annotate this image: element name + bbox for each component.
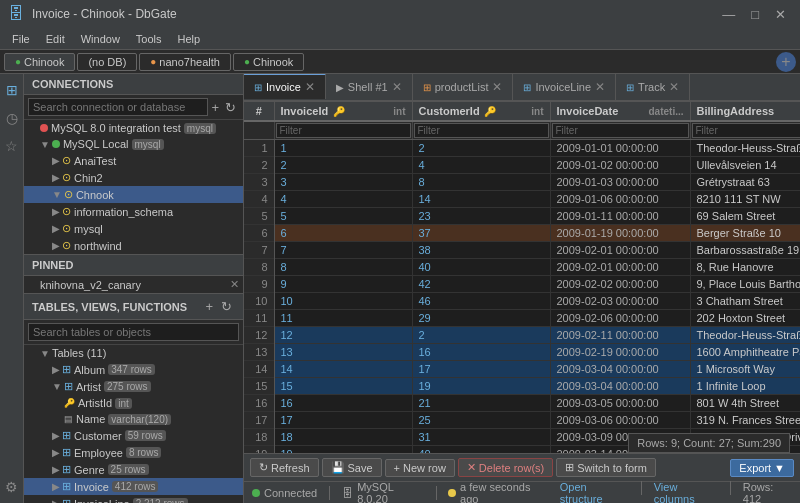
maximize-button[interactable]: □: [745, 5, 765, 24]
table-row[interactable]: 2 2 4 2009-01-02 00:00:00 Ullevålsveien …: [244, 157, 800, 174]
billingaddress-cell[interactable]: 3 Chatham Street: [690, 293, 800, 310]
invoiceid-cell[interactable]: 18: [274, 429, 412, 446]
billingaddress-cell[interactable]: 1600 Amphitheatre Parkway: [690, 344, 800, 361]
customerid-cell[interactable]: 8: [412, 174, 550, 191]
menu-tools[interactable]: Tools: [128, 31, 170, 47]
table-row[interactable]: 12 12 2 2009-02-11 00:00:00 Theodor-Heus…: [244, 327, 800, 344]
tab-shell[interactable]: ▶ Shell #1 ✕: [326, 74, 413, 100]
invoiceid-cell[interactable]: 17: [274, 412, 412, 429]
db-item-anaitest[interactable]: ▶ ⊙ AnaiTest: [24, 152, 243, 169]
menu-window[interactable]: Window: [73, 31, 128, 47]
table-row[interactable]: 6 6 37 2009-01-19 00:00:00 Berger Straße…: [244, 225, 800, 242]
invoiceid-cell[interactable]: 1: [274, 140, 412, 157]
invoiceid-cell[interactable]: 7: [274, 242, 412, 259]
billingaddress-cell[interactable]: 9, Place Louis Bartholl: [690, 276, 800, 293]
col-header-customerid[interactable]: CustomerId 🔑 int: [412, 102, 550, 121]
invoicedate-cell[interactable]: 2009-02-01 00:00:00: [550, 259, 690, 276]
billingaddress-cell[interactable]: Ullevålsveien 14: [690, 157, 800, 174]
db-tab-chinook1[interactable]: ● Chinook: [4, 53, 75, 71]
table-row[interactable]: 16 16 21 2009-03-05 00:00:00 801 W 4th S…: [244, 395, 800, 412]
table-item-invoice[interactable]: ▶ ⊞ Invoice 412 rows: [24, 478, 243, 495]
table-row[interactable]: 17 17 25 2009-03-06 00:00:00 319 N. Fran…: [244, 412, 800, 429]
invoiceid-cell[interactable]: 3: [274, 174, 412, 191]
table-item-album[interactable]: ▶ ⊞ Album 347 rows: [24, 361, 243, 378]
invoiceid-cell[interactable]: 8: [274, 259, 412, 276]
invoiceid-cell[interactable]: 9: [274, 276, 412, 293]
connections-search-input[interactable]: [28, 98, 208, 116]
table-row[interactable]: 3 3 8 2009-01-03 00:00:00 Grétrystraat 6…: [244, 174, 800, 191]
customerid-cell[interactable]: 42: [412, 276, 550, 293]
col-header-invoicedate[interactable]: InvoiceDate dateti...: [550, 102, 690, 121]
tab-invoice[interactable]: ⊞ Invoice ✕: [244, 74, 326, 99]
invoiceid-cell[interactable]: 15: [274, 378, 412, 395]
field-item-name[interactable]: ▤ Name varchar(120): [24, 411, 243, 427]
invoicedate-cell[interactable]: 2009-01-02 00:00:00: [550, 157, 690, 174]
customerid-cell[interactable]: 4: [412, 157, 550, 174]
refresh-tables-button[interactable]: ↻: [218, 298, 235, 315]
invoiceid-cell[interactable]: 14: [274, 361, 412, 378]
invoiceid-cell[interactable]: 6: [274, 225, 412, 242]
filter-customerid-input[interactable]: [414, 123, 549, 138]
billingaddress-cell[interactable]: Theodor-Heuss-Straße 34: [690, 140, 800, 157]
filter-billingaddress-input[interactable]: [692, 123, 801, 138]
customerid-cell[interactable]: 2: [412, 140, 550, 157]
table-row[interactable]: 4 4 14 2009-01-06 00:00:00 8210 111 ST N…: [244, 191, 800, 208]
invoicedate-cell[interactable]: 2009-01-03 00:00:00: [550, 174, 690, 191]
billingaddress-cell[interactable]: 1 Infinite Loop: [690, 378, 800, 395]
customerid-cell[interactable]: 38: [412, 242, 550, 259]
table-row[interactable]: 10 10 46 2009-02-03 00:00:00 3 Chatham S…: [244, 293, 800, 310]
invoiceid-cell[interactable]: 11: [274, 310, 412, 327]
customerid-cell[interactable]: 23: [412, 208, 550, 225]
refresh-connections-button[interactable]: ↻: [222, 99, 239, 116]
invoicedate-cell[interactable]: 2009-02-11 00:00:00: [550, 327, 690, 344]
new-row-button[interactable]: + New row: [385, 459, 455, 477]
billingaddress-cell[interactable]: 319 N. Frances Street: [690, 412, 800, 429]
customerid-cell[interactable]: 21: [412, 395, 550, 412]
invoicedate-cell[interactable]: 2009-01-11 00:00:00: [550, 208, 690, 225]
history-icon[interactable]: ◷: [4, 106, 20, 130]
customerid-cell[interactable]: 46: [412, 293, 550, 310]
db-item-mysql[interactable]: ▶ ⊙ mysql: [24, 220, 243, 237]
customerid-cell[interactable]: 40: [412, 259, 550, 276]
add-table-button[interactable]: +: [202, 298, 216, 315]
table-row[interactable]: 5 5 23 2009-01-11 00:00:00 69 Salem Stre…: [244, 208, 800, 225]
tab-track-close[interactable]: ✕: [669, 80, 679, 94]
switch-form-button[interactable]: ⊞ Switch to form: [556, 458, 656, 477]
col-header-invoiceid[interactable]: InvoiceId 🔑 int: [274, 102, 412, 121]
billingaddress-cell[interactable]: 69 Salem Street: [690, 208, 800, 225]
invoicedate-cell[interactable]: 2009-01-06 00:00:00: [550, 191, 690, 208]
customerid-cell[interactable]: 16: [412, 344, 550, 361]
table-item-artist[interactable]: ▼ ⊞ Artist 275 rows: [24, 378, 243, 395]
billingaddress-cell[interactable]: 1 Microsoft Way: [690, 361, 800, 378]
customerid-cell[interactable]: 14: [412, 191, 550, 208]
invoiceid-cell[interactable]: 10: [274, 293, 412, 310]
tab-track[interactable]: ⊞ Track ✕: [616, 74, 690, 100]
invoicedate-cell[interactable]: 2009-03-06 00:00:00: [550, 412, 690, 429]
invoiceid-cell[interactable]: 2: [274, 157, 412, 174]
menu-edit[interactable]: Edit: [38, 31, 73, 47]
connection-item-mysql-local[interactable]: ▼ MySQL Local mysql: [24, 136, 243, 152]
filter-invoiceid-input[interactable]: [276, 123, 411, 138]
pinned-close-icon[interactable]: ✕: [230, 278, 239, 291]
minimize-button[interactable]: —: [716, 5, 741, 24]
db-tab-chinook2[interactable]: ● Chinook: [233, 53, 304, 71]
table-row[interactable]: 11 11 29 2009-02-06 00:00:00 202 Hoxton …: [244, 310, 800, 327]
save-button[interactable]: 💾 Save: [322, 458, 382, 477]
tab-shell-close[interactable]: ✕: [392, 80, 402, 94]
invoicedate-cell[interactable]: 2009-02-01 00:00:00: [550, 242, 690, 259]
view-columns-link[interactable]: View columns: [654, 481, 718, 504]
menu-help[interactable]: Help: [170, 31, 209, 47]
table-row[interactable]: 8 8 40 2009-02-01 00:00:00 8, Rue Hanovr…: [244, 259, 800, 276]
db-item-information-schema[interactable]: ▶ ⊙ information_schema: [24, 203, 243, 220]
invoiceid-cell[interactable]: 19: [274, 446, 412, 454]
tab-productlist[interactable]: ⊞ productList ✕: [413, 74, 514, 100]
export-button[interactable]: Export ▼: [730, 459, 794, 477]
db-item-northwind[interactable]: ▶ ⊙ northwind: [24, 237, 243, 254]
field-item-artistid[interactable]: 🔑 ArtistId int: [24, 395, 243, 411]
invoicedate-cell[interactable]: 2009-03-05 00:00:00: [550, 395, 690, 412]
invoicedate-cell[interactable]: 2009-02-19 00:00:00: [550, 344, 690, 361]
invoiceid-cell[interactable]: 4: [274, 191, 412, 208]
billingaddress-cell[interactable]: 8, Rue Hanovre: [690, 259, 800, 276]
customerid-cell[interactable]: 2: [412, 327, 550, 344]
tab-invoiceline[interactable]: ⊞ InvoiceLine ✕: [513, 74, 616, 100]
